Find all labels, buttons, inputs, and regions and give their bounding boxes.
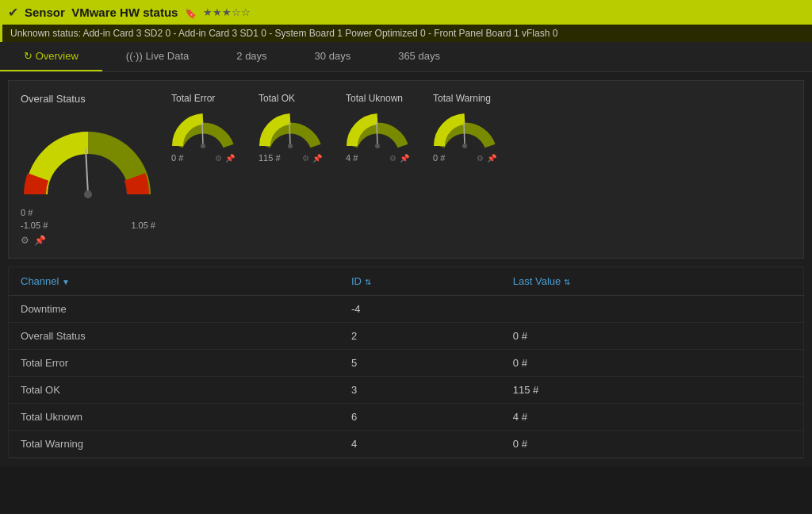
gauge-settings-icon[interactable]: ⚙ bbox=[21, 235, 29, 246]
table-row: Downtime -4 bbox=[9, 296, 803, 323]
total-warning-gauge-block: Total Warning 0 # ⚙ 📌 bbox=[433, 93, 496, 163]
check-icon: ✔ bbox=[8, 5, 18, 20]
total-error-pin-icon[interactable]: 📌 bbox=[225, 154, 235, 163]
status-bar: Unknown status: Add-in Card 3 SD2 0 - Ad… bbox=[0, 25, 812, 42]
row-channel: Total Error bbox=[9, 350, 339, 377]
page-header: ✔ Sensor VMware HW status 🔖 ★★★☆☆ bbox=[0, 0, 812, 25]
svg-point-7 bbox=[375, 144, 380, 148]
total-ok-label: Total OK bbox=[259, 93, 295, 104]
row-channel: Overall Status bbox=[9, 323, 339, 350]
table-row: Total Uknown 6 4 # bbox=[9, 404, 803, 431]
main-content: Overall Status 0 # bbox=[0, 72, 812, 466]
total-unknown-gauge-block: Total Uknown 4 # ⚙ 📌 bbox=[346, 93, 409, 163]
row-id: 6 bbox=[339, 404, 501, 431]
total-warning-bottom: 0 # ⚙ 📌 bbox=[433, 153, 496, 163]
table-body: Downtime -4 Overall Status 2 0 # Total E… bbox=[9, 296, 803, 458]
row-last-value: 0 # bbox=[501, 350, 803, 377]
overall-status-label: Overall Status bbox=[21, 93, 86, 105]
small-gauges-container: Total Error 0 # ⚙ 📌 Total OK bbox=[171, 93, 791, 163]
total-ok-settings-icon[interactable]: ⚙ bbox=[302, 154, 309, 163]
total-warning-label: Total Warning bbox=[433, 93, 491, 104]
live-data-icon: ((·)) bbox=[126, 50, 143, 62]
tab-overview-label: Overview bbox=[36, 50, 79, 62]
total-error-bottom: 0 # ⚙ 📌 bbox=[171, 153, 235, 163]
row-id: 5 bbox=[339, 350, 501, 377]
gauge-max-label: 1.05 # bbox=[131, 221, 155, 230]
last-value-header[interactable]: Last Value ⇅ bbox=[501, 267, 803, 296]
svg-line-2 bbox=[202, 122, 203, 146]
data-table-section: Channel ▼ ID ⇅ Last Value ⇅ Downtime bbox=[8, 267, 804, 458]
gauge-min-label: -1.05 # bbox=[21, 221, 48, 230]
total-error-settings-icon[interactable]: ⚙ bbox=[215, 154, 222, 163]
tab-2days[interactable]: 2 days bbox=[213, 42, 290, 71]
id-sort-icon: ⇅ bbox=[365, 278, 371, 286]
star-rating[interactable]: ★★★☆☆ bbox=[203, 6, 251, 18]
id-header[interactable]: ID ⇅ bbox=[339, 267, 501, 296]
svg-point-9 bbox=[462, 144, 467, 148]
bookmark-icon: 🔖 bbox=[185, 8, 197, 19]
table-row: Total OK 3 115 # bbox=[9, 377, 803, 404]
tab-30days-label: 30 days bbox=[315, 50, 351, 62]
status-text: Unknown status: Add-in Card 3 SD2 0 - Ad… bbox=[10, 28, 557, 39]
page-title: Sensor VMware HW status 🔖 bbox=[25, 6, 197, 19]
row-id: 3 bbox=[339, 377, 501, 404]
tab-365days-label: 365 days bbox=[398, 50, 440, 62]
row-last-value: 115 # bbox=[501, 377, 803, 404]
total-unknown-pin-icon[interactable]: 📌 bbox=[400, 154, 409, 163]
row-channel: Total Uknown bbox=[9, 404, 339, 431]
total-error-gauge-block: Total Error 0 # ⚙ 📌 bbox=[171, 93, 235, 163]
svg-line-0 bbox=[86, 148, 88, 194]
tab-live-data-label: Live Data bbox=[145, 50, 189, 62]
row-last-value bbox=[501, 296, 803, 323]
data-table: Channel ▼ ID ⇅ Last Value ⇅ Downtime bbox=[9, 267, 803, 458]
tab-30days[interactable]: 30 days bbox=[291, 42, 375, 71]
svg-line-4 bbox=[289, 122, 290, 146]
row-channel: Downtime bbox=[9, 296, 339, 323]
tab-365days[interactable]: 365 days bbox=[374, 42, 464, 71]
tab-live-data[interactable]: ((·)) Live Data bbox=[102, 42, 213, 71]
total-unknown-label: Total Uknown bbox=[346, 93, 403, 104]
tab-bar: ↻ Overview ((·)) Live Data 2 days 30 day… bbox=[0, 42, 812, 72]
large-gauge bbox=[21, 111, 155, 206]
total-unknown-settings-icon[interactable]: ⚙ bbox=[389, 154, 396, 163]
row-id: 4 bbox=[339, 431, 501, 458]
svg-point-1 bbox=[84, 190, 92, 198]
total-unknown-bottom: 4 # ⚙ 📌 bbox=[346, 153, 409, 163]
row-id: -4 bbox=[339, 296, 501, 323]
table-row: Total Warning 4 0 # bbox=[9, 431, 803, 458]
svg-line-8 bbox=[464, 122, 465, 146]
total-ok-bottom: 115 # ⚙ 📌 bbox=[259, 153, 322, 163]
row-last-value: 4 # bbox=[501, 404, 803, 431]
tab-2days-label: 2 days bbox=[236, 50, 266, 62]
overall-status-gauge-block: Overall Status 0 # bbox=[21, 93, 155, 246]
table-row: Overall Status 2 0 # bbox=[9, 323, 803, 350]
row-last-value: 0 # bbox=[501, 323, 803, 350]
total-warning-pin-icon[interactable]: 📌 bbox=[487, 154, 496, 163]
channel-header[interactable]: Channel ▼ bbox=[9, 267, 339, 296]
channel-sort-icon: ▼ bbox=[62, 278, 70, 286]
gauge-section: Overall Status 0 # bbox=[8, 80, 804, 259]
total-ok-value: 115 # bbox=[259, 153, 281, 163]
row-last-value: 0 # bbox=[501, 431, 803, 458]
table-row: Total Error 5 0 # bbox=[9, 350, 803, 377]
gauge-pin-icon[interactable]: 📌 bbox=[34, 235, 46, 246]
total-warning-value: 0 # bbox=[433, 153, 445, 163]
row-id: 2 bbox=[339, 323, 501, 350]
total-unknown-value: 4 # bbox=[346, 153, 358, 163]
svg-point-5 bbox=[288, 144, 293, 148]
total-ok-pin-icon[interactable]: 📌 bbox=[312, 154, 322, 163]
sensor-title: VMware HW status bbox=[71, 6, 178, 19]
total-ok-gauge-block: Total OK 115 # ⚙ 📌 bbox=[259, 93, 322, 163]
tab-overview[interactable]: ↻ Overview bbox=[0, 42, 102, 71]
svg-line-6 bbox=[377, 122, 377, 146]
id-header-label: ID bbox=[351, 275, 362, 287]
sensor-label: Sensor bbox=[25, 6, 65, 19]
last-value-sort-icon: ⇅ bbox=[564, 278, 570, 286]
row-channel: Total Warning bbox=[9, 431, 339, 458]
svg-point-3 bbox=[201, 144, 205, 148]
channel-header-label: Channel bbox=[21, 275, 59, 287]
total-error-value: 0 # bbox=[171, 153, 183, 163]
last-value-header-label: Last Value bbox=[513, 275, 561, 287]
total-warning-settings-icon[interactable]: ⚙ bbox=[477, 154, 484, 163]
total-error-label: Total Error bbox=[171, 93, 215, 104]
